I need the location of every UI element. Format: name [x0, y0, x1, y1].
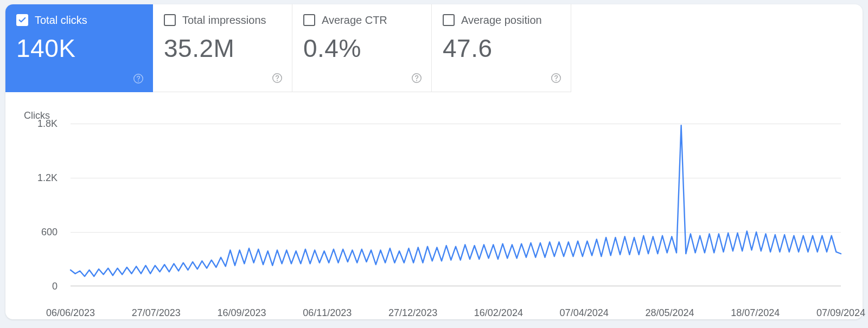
metric-card-average-position[interactable]: Average position 47.6	[432, 4, 571, 92]
help-icon[interactable]	[411, 72, 423, 84]
y-tick-label: 600	[22, 227, 58, 238]
x-tick-label: 16/02/2024	[474, 307, 523, 319]
x-tick-label: 07/04/2024	[560, 307, 609, 319]
x-tick-label: 06/06/2023	[46, 307, 95, 319]
chart-area: Clicks 06001.2K1.8K 06/06/202327/07/2023…	[24, 110, 841, 303]
x-tick-label: 27/07/2023	[132, 307, 181, 319]
x-tick-label: 28/05/2024	[645, 307, 694, 319]
checkbox-unchecked-icon	[443, 14, 455, 26]
help-icon[interactable]	[550, 72, 562, 84]
x-tick-label: 27/12/2023	[388, 307, 437, 319]
checkbox-checked-icon	[16, 14, 28, 26]
help-icon[interactable]	[132, 73, 144, 85]
y-tick-label: 1.2K	[22, 172, 58, 184]
performance-panel: Total clicks 140K Total impressions 35.2…	[5, 4, 863, 319]
help-icon[interactable]	[271, 72, 283, 84]
y-tick-label: 0	[22, 281, 58, 292]
metric-value: 140K	[16, 34, 142, 63]
svg-point-5	[416, 80, 417, 81]
series-line-clicks	[71, 125, 841, 276]
metric-label: Average CTR	[322, 14, 387, 26]
metric-card-average-ctr[interactable]: Average CTR 0.4%	[292, 4, 432, 92]
svg-point-3	[277, 80, 278, 81]
chart-plot[interactable]	[71, 124, 841, 286]
metric-label: Total impressions	[182, 14, 266, 26]
chart-title: Clicks	[24, 110, 841, 121]
y-axis-labels: 06001.2K1.8K	[22, 124, 68, 286]
x-axis-labels: 06/06/202327/07/202316/09/202306/11/2023…	[71, 307, 841, 320]
metric-value: 47.6	[443, 34, 560, 63]
metric-value: 0.4%	[303, 34, 420, 63]
svg-point-7	[556, 80, 557, 81]
metric-card-total-clicks[interactable]: Total clicks 140K	[5, 4, 153, 92]
metric-label: Average position	[461, 14, 542, 26]
metric-card-total-impressions[interactable]: Total impressions 35.2M	[153, 4, 292, 92]
svg-point-1	[138, 81, 139, 82]
metric-label: Total clicks	[35, 14, 87, 26]
x-tick-label: 06/11/2023	[303, 307, 352, 319]
y-tick-label: 1.8K	[22, 118, 58, 130]
checkbox-unchecked-icon	[164, 14, 176, 26]
checkbox-unchecked-icon	[303, 14, 315, 26]
x-tick-label: 07/09/2024	[816, 307, 865, 319]
x-tick-label: 18/07/2024	[731, 307, 780, 319]
x-tick-label: 16/09/2023	[218, 307, 266, 319]
metric-cards-row: Total clicks 140K Total impressions 35.2…	[5, 4, 571, 92]
metric-value: 35.2M	[164, 34, 281, 63]
